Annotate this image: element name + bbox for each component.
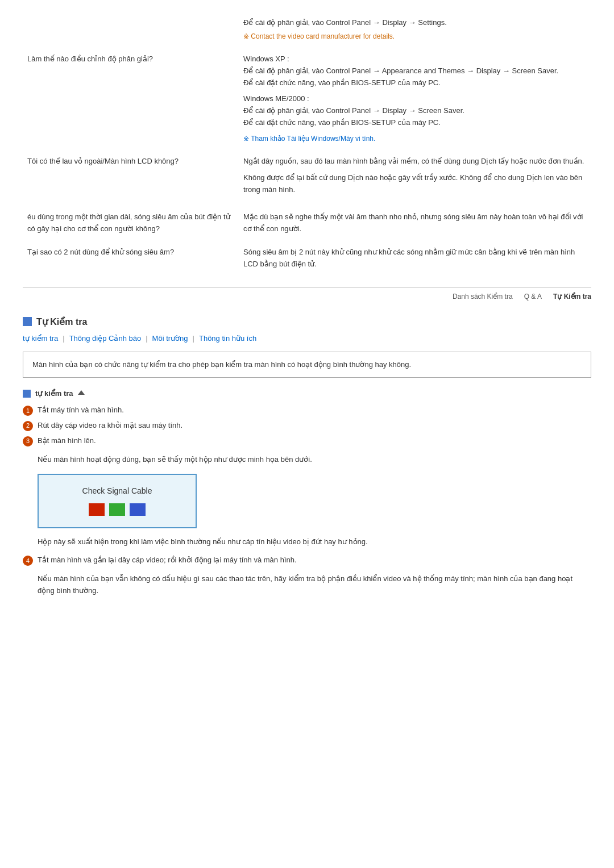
sub-nav-thong-tin[interactable]: Thông tin hữu ích [199, 334, 256, 343]
separator: | [63, 334, 64, 343]
faq-answer: Sóng siêu âm bị 2 nút này khử cũng như k… [239, 241, 591, 276]
lcd-clean-text2: Không được để lại bất cứ dung Dịch nào h… [243, 172, 587, 196]
faq-question: Làm thế nào điều chỉnh độ phân giải? [23, 48, 239, 150]
step-4: 4 Tắt màn hình và gắn lại dây cáp video;… [23, 554, 591, 566]
faq-answer: Mặc dù bạn sẽ nghe thấy một vài âm thanh… [239, 206, 591, 241]
color-squares [50, 503, 184, 516]
windows-xp-title: Windows XP : [243, 53, 587, 65]
self-test-header: tự kiểm tra [23, 389, 591, 398]
step-number-1: 1 [23, 406, 33, 416]
table-row: Tại sao có 2 nút dùng để khử sóng siêu â… [23, 241, 591, 276]
step-3: 3 Bật màn hình lên. [23, 435, 591, 447]
self-test-label: tự kiểm tra [35, 389, 73, 398]
step-1-text: Tắt máy tính và màn hình. [38, 404, 124, 416]
sub-nav-moi-truong[interactable]: Môi trường [152, 334, 188, 343]
step-3-text: Bật màn hình lên. [38, 435, 96, 447]
sub-nav-tu-kiem-tra[interactable]: tự kiểm tra [23, 334, 58, 343]
table-row: Để cài độ phân giải, vào Control Panel →… [23, 11, 591, 48]
separator: | [193, 334, 194, 343]
windows-me-text: Để cài độ phân giải, vào Control Panel →… [243, 105, 587, 129]
windows-xp-text: Để cài độ phân giải, vào Control Panel →… [243, 65, 587, 89]
faq-answer: Windows XP : Để cài độ phân giải, vào Co… [239, 48, 591, 150]
triangle-icon [78, 389, 85, 398]
section-header: Tự Kiểm tra [23, 316, 591, 327]
nav-tu-kiem-tra[interactable]: Tự Kiểm tra [553, 293, 591, 301]
step-number-2: 2 [23, 421, 33, 431]
nav-danh-sach[interactable]: Danh sách Kiểm tra [453, 293, 513, 301]
answer-link-orange[interactable]: Contact the video card manufacturer for … [243, 31, 587, 42]
faq-question: éu dùng trong một thời gian dài, sóng si… [23, 206, 239, 241]
windows-me-block: Windows ME/2000 : Để cài độ phân giải, v… [243, 93, 587, 128]
step-1: 1 Tắt máy tính và màn hình. [23, 404, 591, 416]
separator: | [146, 334, 147, 343]
signal-cable-box: Check Signal Cable [38, 474, 197, 528]
table-row: éu dùng trong một thời gian dài, sóng si… [23, 206, 591, 241]
svg-marker-0 [78, 390, 85, 395]
faq-table: Để cài độ phân giải, vào Control Panel →… [23, 11, 591, 276]
table-row: Làm thế nào điều chỉnh độ phân giải? Win… [23, 48, 591, 150]
windows-doc-link[interactable]: Tham khảo Tài liệu Windows/Máy vi tính. [243, 133, 587, 144]
faq-question: Tại sao có 2 nút dùng để khử sóng siêu â… [23, 241, 239, 276]
step3-subtext: Nếu màn hình hoạt động đúng, bạn sẽ thấy… [38, 454, 591, 466]
step-number-4: 4 [23, 556, 33, 566]
faq-question [23, 11, 239, 48]
info-box: Màn hình của bạn có chức năng tự kiểm tr… [23, 352, 591, 378]
step4-subtext: Nếu màn hình của bạn vẫn không có dấu hi… [38, 573, 591, 597]
lcd-clean-text1: Ngắt dây nguồn, sau đó lau màn hình bằng… [243, 156, 587, 168]
step-number-3: 3 [23, 436, 33, 446]
faq-answer: Để cài độ phân giải, vào Control Panel →… [239, 11, 591, 48]
blue-square [130, 503, 146, 516]
signal-box-title: Check Signal Cable [50, 486, 184, 495]
section-icon [23, 317, 32, 326]
section-title: Tự Kiểm tra [36, 316, 87, 327]
navigation-bar: Danh sách Kiểm tra Q & A Tự Kiểm tra [23, 287, 591, 305]
info-box-text: Màn hình của bạn có chức năng tự kiểm tr… [32, 360, 411, 369]
step-2: 2 Rút dây cáp video ra khỏi mặt sau máy … [23, 420, 591, 432]
answer-text: Để cài độ phân giải, vào Control Panel →… [243, 17, 587, 29]
step4-list: 4 Tắt màn hình và gắn lại dây cáp video;… [23, 554, 591, 566]
step-2-text: Rút dây cáp video ra khỏi mặt sau máy tí… [38, 420, 182, 432]
red-square [89, 503, 105, 516]
sub-nav-thong-diep[interactable]: Thông điệp Cảnh báo [69, 334, 142, 343]
windows-xp-block: Windows XP : Để cài độ phân giải, vào Co… [243, 53, 587, 89]
green-square [109, 503, 125, 516]
steps-list: 1 Tắt máy tính và màn hình. 2 Rút dây cá… [23, 404, 591, 446]
faq-answer: Ngắt dây nguồn, sau đó lau màn hình bằng… [239, 150, 591, 206]
step-4-text: Tắt màn hình và gắn lại dây cáp video; r… [38, 554, 297, 566]
sub-navigation: tự kiểm tra | Thông điệp Cảnh báo | Môi … [23, 334, 591, 343]
box-description: Hộp này sẽ xuất hiện trong khi làm việc … [38, 536, 591, 548]
nav-qa[interactable]: Q & A [524, 293, 542, 301]
two-buttons-text: Sóng siêu âm bị 2 nút này khử cũng như k… [243, 247, 587, 270]
faq-question: Tôi có thể lau vỏ ngoài/Màn hình LCD khô… [23, 150, 239, 206]
self-test-icon [23, 390, 31, 398]
ultrasound-harm-text: Mặc dù bạn sẽ nghe thấy một vài âm thanh… [243, 211, 587, 235]
windows-me-title: Windows ME/2000 : [243, 93, 587, 105]
table-row: Tôi có thể lau vỏ ngoài/Màn hình LCD khô… [23, 150, 591, 206]
